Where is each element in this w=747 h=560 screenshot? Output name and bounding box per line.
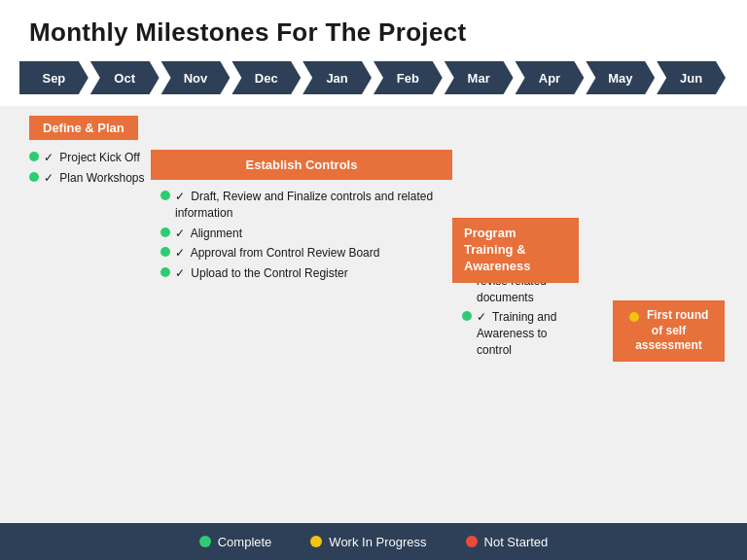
title-area: Monthly Milestones For The Project bbox=[0, 0, 747, 61]
not-started-label: Not Started bbox=[484, 535, 549, 549]
timeline-month: Jun bbox=[657, 61, 726, 94]
item-text: ✓ Approval from Control Review Board bbox=[175, 245, 379, 262]
timeline-month: Oct bbox=[90, 61, 160, 94]
list-item: ✓ Training and Awareness to control bbox=[462, 309, 581, 358]
list-item: ✓ Draft, Review and Finalize controls an… bbox=[160, 189, 454, 222]
legend-not-started: Not Started bbox=[466, 535, 549, 549]
item-text: ✓ Project Kick Off bbox=[44, 150, 140, 166]
green-dot bbox=[462, 311, 472, 321]
timeline-area: SepOctNovDecJanFebMarAprMayJun bbox=[0, 61, 747, 106]
item-text: ✓ Alignment bbox=[175, 226, 242, 242]
complete-dot bbox=[199, 536, 211, 547]
col2: ✓ Draft, Review and Finalize controls an… bbox=[160, 150, 462, 363]
not-started-dot bbox=[466, 536, 478, 547]
col1-list: ✓ Project Kick Off ✓ Plan Workshops bbox=[29, 150, 153, 187]
green-dot bbox=[29, 172, 39, 182]
timeline-month: Mar bbox=[445, 61, 514, 94]
green-dot bbox=[160, 247, 170, 257]
timeline-month: Feb bbox=[374, 61, 443, 94]
item-text: ✓ Upload to the Control Register bbox=[175, 265, 348, 282]
wip-label: Work In Progress bbox=[329, 535, 426, 549]
wip-dot bbox=[310, 536, 322, 547]
list-item: ✓ Alignment bbox=[160, 226, 454, 242]
timeline-month: Dec bbox=[231, 61, 301, 94]
legend-wip: Work In Progress bbox=[310, 535, 426, 549]
green-dot bbox=[29, 152, 39, 161]
content-area: Define & Plan ✓ Project Kick Off ✓ Plan … bbox=[0, 116, 747, 363]
yellow-dot bbox=[629, 312, 639, 322]
item-text: ✓ Training and Awareness to control bbox=[477, 309, 581, 358]
timeline-month: May bbox=[586, 61, 655, 94]
green-dot bbox=[160, 191, 170, 200]
green-dot bbox=[160, 267, 170, 277]
timeline-month: Jan bbox=[302, 61, 372, 94]
list-item: ✓ Approval from Control Review Board bbox=[160, 245, 454, 262]
program-training-box: Program Training & Awareness bbox=[452, 218, 579, 283]
slide: Monthly Milestones For The Project SepOc… bbox=[0, 0, 747, 560]
legend-complete: Complete bbox=[199, 535, 272, 549]
timeline-month: Nov bbox=[161, 61, 231, 94]
col1: ✓ Project Kick Off ✓ Plan Workshops bbox=[29, 150, 160, 363]
main-content: ✓ Project Kick Off ✓ Plan Workshops Esta… bbox=[19, 150, 728, 363]
timeline-row: SepOctNovDecJanFebMarAprMayJun bbox=[19, 61, 728, 94]
col2-list: ✓ Draft, Review and Finalize controls an… bbox=[160, 189, 454, 282]
first-round-text: First round of self assessment bbox=[635, 308, 708, 352]
complete-label: Complete bbox=[218, 535, 272, 549]
timeline-month: Sep bbox=[19, 61, 89, 94]
green-dot bbox=[160, 228, 170, 237]
define-plan-box: Define & Plan bbox=[29, 116, 138, 140]
list-item: ✓ Upload to the Control Register bbox=[160, 265, 454, 282]
list-item: ✓ Plan Workshops bbox=[29, 170, 153, 187]
first-round-box: First round of self assessment bbox=[613, 300, 725, 362]
list-item: ✓ Project Kick Off bbox=[29, 150, 153, 166]
page-title: Monthly Milestones For The Project bbox=[29, 18, 718, 48]
timeline-month: Apr bbox=[516, 61, 585, 94]
establish-controls-box: Establish Controls bbox=[151, 150, 452, 180]
item-text: ✓ Draft, Review and Finalize controls an… bbox=[175, 189, 454, 222]
footer: Complete Work In Progress Not Started bbox=[0, 523, 747, 560]
item-text: ✓ Plan Workshops bbox=[44, 170, 145, 187]
